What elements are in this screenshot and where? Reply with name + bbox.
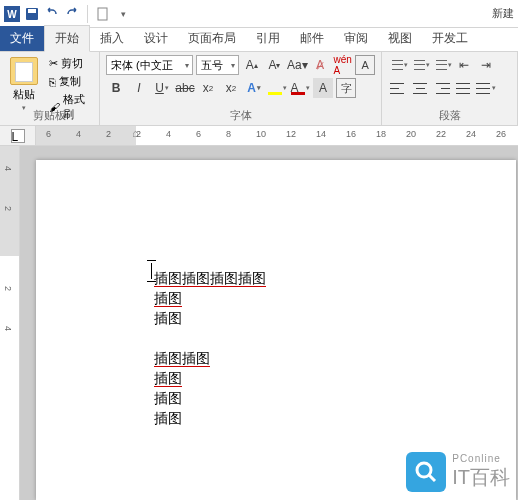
doc-line xyxy=(154,328,266,348)
decrease-indent-button[interactable]: ⇤ xyxy=(454,55,474,75)
doc-line: 插图 xyxy=(154,388,266,408)
justify-button[interactable] xyxy=(454,78,474,98)
align-right-button[interactable] xyxy=(432,78,452,98)
ruler-tick: 16 xyxy=(346,129,356,139)
svg-point-5 xyxy=(417,463,431,477)
tab-references[interactable]: 引用 xyxy=(246,26,290,51)
tab-home[interactable]: 开始 xyxy=(44,25,90,52)
font-name-combo[interactable]: 宋体 (中文正 xyxy=(106,55,193,75)
svg-rect-4 xyxy=(98,8,107,20)
multilevel-icon xyxy=(432,58,447,72)
char-shading-button[interactable]: A xyxy=(313,78,333,98)
doc-line: 插图 xyxy=(154,308,266,328)
italic-button[interactable]: I xyxy=(129,78,149,98)
bold-button[interactable]: B xyxy=(106,78,126,98)
tab-developer[interactable]: 开发工 xyxy=(422,26,478,51)
text-effects-button[interactable]: A xyxy=(244,78,264,98)
tab-insert[interactable]: 插入 xyxy=(90,26,134,51)
ruler-tick: 4 xyxy=(3,326,13,331)
font-size-combo[interactable]: 五号 xyxy=(196,55,240,75)
align-left-icon xyxy=(390,81,406,95)
shrink-font-button[interactable]: A▾ xyxy=(265,55,285,75)
doc-line: 插图插图插图插图 xyxy=(154,268,266,288)
phonetic-button[interactable]: wénA xyxy=(333,55,353,75)
superscript-button[interactable]: x2 xyxy=(221,78,241,98)
ruler-tick: 14 xyxy=(316,129,326,139)
doc-line: 插图插图 xyxy=(154,348,266,368)
doc-line: 插图 xyxy=(154,368,266,388)
font-color-button[interactable]: A xyxy=(290,78,310,98)
strike-button[interactable]: abc xyxy=(175,78,195,98)
doc-line: 插图 xyxy=(154,408,266,428)
distribute-button[interactable] xyxy=(476,78,496,98)
copy-icon: ⎘ xyxy=(49,76,56,88)
ruler-tick: 6 xyxy=(46,129,51,139)
watermark-small: PConline xyxy=(452,453,510,464)
change-case-button[interactable]: Aa▾ xyxy=(287,55,307,75)
svg-text:W: W xyxy=(7,9,17,20)
tab-review[interactable]: 审阅 xyxy=(334,26,378,51)
redo-icon[interactable] xyxy=(64,6,80,22)
cut-button[interactable]: ✂剪切 xyxy=(46,55,93,72)
tab-view[interactable]: 视图 xyxy=(378,26,422,51)
font-color-icon: A xyxy=(291,81,305,95)
separator xyxy=(87,5,88,23)
copy-button[interactable]: ⎘复制 xyxy=(46,73,93,90)
ribbon: 粘贴 ▾ ✂剪切 ⎘复制 🖌格式刷 剪贴板 宋体 (中文正 五号 A▴ A▾ A… xyxy=(0,52,518,126)
ribbon-tabs: 文件 开始 插入 设计 页面布局 引用 邮件 审阅 视图 开发工 xyxy=(0,28,518,52)
qat-dropdown-icon[interactable]: ▾ xyxy=(115,6,131,22)
undo-icon[interactable] xyxy=(44,6,60,22)
clear-format-button[interactable]: A̷ xyxy=(310,55,330,75)
vertical-ruler[interactable]: 4224 xyxy=(0,146,20,500)
tab-design[interactable]: 设计 xyxy=(134,26,178,51)
ruler-tick: 4 xyxy=(76,129,81,139)
ruler-tick: 18 xyxy=(376,129,386,139)
clipboard-icon xyxy=(10,57,38,85)
ruler-tick: 6 xyxy=(196,129,201,139)
align-center-icon xyxy=(412,81,428,95)
group-clipboard: 粘贴 ▾ ✂剪切 ⎘复制 🖌格式刷 剪贴板 xyxy=(0,52,100,125)
ruler-tick: 24 xyxy=(466,129,476,139)
title-bar: W ▾ 新建 xyxy=(0,0,518,28)
save-icon[interactable] xyxy=(24,6,40,22)
enclose-char-button[interactable]: 字 xyxy=(336,78,356,98)
paragraph-label: 段落 xyxy=(382,108,517,123)
increase-indent-button[interactable]: ⇥ xyxy=(476,55,496,75)
group-font: 宋体 (中文正 五号 A▴ A▾ Aa▾ A̷ wénA A B I U abc… xyxy=(100,52,382,125)
char-border-button[interactable]: A xyxy=(355,55,375,75)
watermark-big: IT百科 xyxy=(452,464,510,491)
svg-line-6 xyxy=(429,475,435,481)
subscript-button[interactable]: x2 xyxy=(198,78,218,98)
svg-rect-3 xyxy=(28,9,36,13)
magnifier-icon xyxy=(406,452,446,492)
align-left-button[interactable] xyxy=(388,78,408,98)
document-text[interactable]: 插图插图插图插图插图插图 插图插图插图插图插图 xyxy=(154,268,266,428)
underline-button[interactable]: U xyxy=(152,78,172,98)
canvas: 插图插图插图插图插图插图 插图插图插图插图插图 xyxy=(20,146,518,500)
tab-file[interactable]: 文件 xyxy=(0,26,44,51)
ruler-bar: L ⌂ 6422468101214161820222426 xyxy=(0,126,518,146)
window-title: 新建 xyxy=(492,6,514,21)
bullets-button[interactable] xyxy=(388,55,408,75)
tab-selector[interactable]: L xyxy=(0,126,36,145)
multilevel-button[interactable] xyxy=(432,55,452,75)
grow-font-button[interactable]: A▴ xyxy=(242,55,262,75)
ruler-tick: 2 xyxy=(136,129,141,139)
highlight-button[interactable] xyxy=(267,78,287,98)
page[interactable]: 插图插图插图插图插图插图 插图插图插图插图插图 xyxy=(36,160,516,500)
group-paragraph: ⇤ ⇥ 段落 xyxy=(382,52,518,125)
align-center-button[interactable] xyxy=(410,78,430,98)
tab-l-icon: L xyxy=(11,129,25,143)
numbering-button[interactable] xyxy=(410,55,430,75)
tab-layout[interactable]: 页面布局 xyxy=(178,26,246,51)
new-doc-icon[interactable] xyxy=(95,6,111,22)
tab-mailings[interactable]: 邮件 xyxy=(290,26,334,51)
text-cursor xyxy=(151,263,152,279)
ruler-tick: 26 xyxy=(496,129,506,139)
ruler-tick: 2 xyxy=(3,286,13,291)
bullets-icon xyxy=(388,58,403,72)
ruler-tick: 12 xyxy=(286,129,296,139)
doc-line: 插图 xyxy=(154,288,266,308)
justify-icon xyxy=(456,81,472,95)
horizontal-ruler[interactable]: ⌂ 6422468101214161820222426 xyxy=(36,126,518,145)
